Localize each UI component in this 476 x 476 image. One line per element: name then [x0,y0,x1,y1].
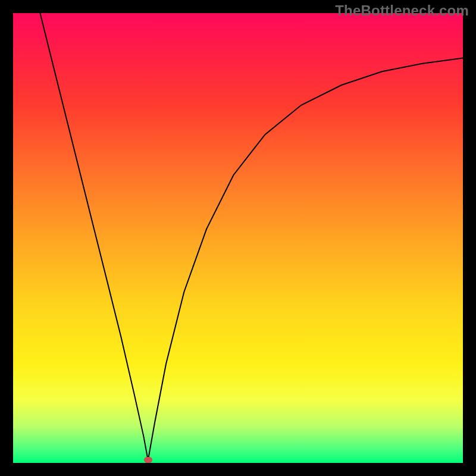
bottleneck-marker [144,457,152,463]
bottleneck-curve [13,13,463,463]
watermark-text: TheBottleneck.com [335,2,469,19]
plot-area [13,13,463,463]
chart-frame: TheBottleneck.com [0,0,476,476]
